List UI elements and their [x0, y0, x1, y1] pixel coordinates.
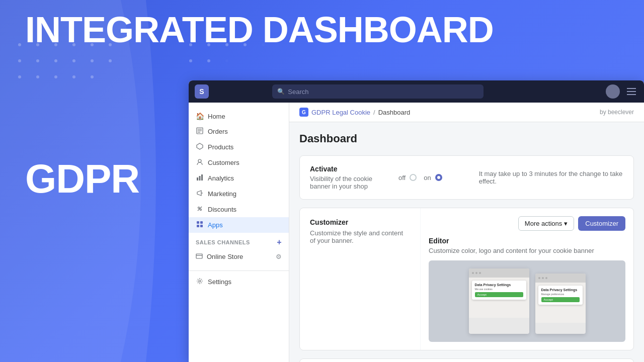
mini-dot-5	[542, 277, 544, 279]
svg-rect-17	[196, 254, 202, 258]
sidebar: 🏠 Home Orders Products Customers	[189, 103, 289, 362]
marketing-icon	[196, 190, 204, 198]
svg-point-5	[198, 159, 201, 162]
mini-dialog-body-2: Manage preferences	[541, 293, 580, 296]
sidebar-item-products[interactable]: Products	[189, 139, 289, 155]
breadcrumb-right: by beeclever	[600, 109, 634, 116]
sidebar-item-apps[interactable]: Apps	[189, 217, 289, 233]
chevron-down-icon: ▾	[564, 220, 568, 227]
breadcrumb: G GDPR Legal Cookie / Dashboard by beecl…	[289, 103, 644, 122]
avatar[interactable]	[606, 84, 620, 99]
mini-browser-content-2: Data Privacy Settings Manage preferences…	[535, 283, 586, 323]
svg-rect-16	[200, 225, 203, 227]
more-actions-button[interactable]: More actions ▾	[518, 216, 574, 231]
off-label: off	[398, 174, 406, 182]
svg-rect-13	[197, 221, 199, 224]
content-area: 🏠 Home Orders Products Customers	[189, 103, 644, 362]
topbar-right	[606, 84, 638, 99]
home-icon: 🏠	[196, 112, 204, 120]
svg-point-19	[199, 280, 201, 282]
orders-icon	[196, 127, 204, 136]
activate-toggle: off on	[398, 174, 471, 182]
activate-left: Activate Visibility of the cookie banner…	[310, 165, 390, 190]
customizer-actions: More actions ▾ Customizer	[429, 216, 625, 231]
customizer-card: Customizer Customize the style and conte…	[299, 208, 634, 350]
hamburger-menu[interactable]	[625, 86, 638, 97]
preview-area: Data Privacy Settings We use cookies Acc…	[429, 260, 625, 342]
admin-window: S 🔍 Search 🏠 Home Orders	[189, 80, 644, 362]
mini-dot-4	[538, 277, 540, 279]
online-store-icon	[196, 252, 203, 261]
mini-dot-6	[545, 277, 547, 279]
activate-card-inner: Activate Visibility of the cookie banner…	[300, 156, 633, 199]
radio-off[interactable]	[410, 174, 417, 181]
settings-icon	[196, 278, 204, 286]
page-content: Dashboard Activate Visibility of the coo…	[289, 122, 644, 362]
customizer-right: More actions ▾ Customizer Editor Customi…	[421, 208, 633, 350]
sidebar-item-online-store[interactable]: Online Store ⚙	[189, 249, 289, 264]
add-sales-channel-icon[interactable]: +	[277, 238, 282, 247]
page-title: Dashboard	[299, 132, 634, 145]
breadcrumb-app-link[interactable]: GDPR Legal Cookie	[311, 109, 370, 116]
customizer-card-inner: Customizer Customize the style and conte…	[300, 208, 633, 350]
settings-card: Settings Customize the white-list for yo…	[299, 358, 634, 362]
mini-dialog-title-1: Data Privacy Settings	[475, 283, 523, 287]
mini-accept-btn-2: Accept	[541, 297, 580, 302]
sidebar-item-home[interactable]: 🏠 Home	[189, 109, 289, 124]
breadcrumb-left: G GDPR Legal Cookie / Dashboard	[299, 108, 410, 117]
breadcrumb-current: Dashboard	[378, 109, 411, 116]
activate-note: It may take up to 3 minutes for the chan…	[479, 170, 623, 185]
preview-card-2: Data Privacy Settings Manage preferences…	[535, 274, 586, 334]
analytics-icon	[196, 174, 204, 183]
radio-group[interactable]	[410, 174, 420, 181]
editor-title: Editor	[429, 237, 625, 245]
svg-point-10	[198, 207, 200, 209]
activate-title: Activate	[310, 165, 390, 173]
sidebar-item-orders[interactable]: Orders	[189, 124, 289, 139]
sidebar-item-marketing[interactable]: Marketing	[189, 186, 289, 202]
svg-rect-8	[201, 174, 203, 180]
online-store-settings-icon[interactable]: ⚙	[276, 253, 282, 260]
customizer-left: Customizer Customize the style and conte…	[300, 208, 421, 350]
search-placeholder: Search	[288, 88, 308, 96]
sidebar-item-customers[interactable]: Customers	[189, 155, 289, 170]
sidebar-bottom: Settings	[189, 270, 289, 290]
radio-on[interactable]	[435, 174, 442, 181]
activate-card: Activate Visibility of the cookie banner…	[299, 155, 634, 200]
sidebar-item-analytics[interactable]: Analytics	[189, 170, 289, 186]
mini-dialog-body: We use cookies	[475, 288, 523, 291]
discounts-icon	[196, 205, 204, 214]
mini-dot-1	[472, 272, 474, 274]
editor-section: Editor Customize color, logo and content…	[429, 237, 625, 342]
activate-description: Visibility of the cookie banner in your …	[310, 175, 390, 190]
products-icon	[196, 143, 204, 151]
svg-rect-14	[200, 221, 203, 224]
preview-card-1: Data Privacy Settings We use cookies Acc…	[469, 268, 529, 334]
on-label: on	[424, 174, 431, 182]
apps-icon	[196, 221, 204, 229]
mini-dialog-title-2: Data Privacy Settings	[541, 288, 580, 292]
sidebar-item-discounts[interactable]: Discounts	[189, 202, 289, 217]
mini-browser-header	[469, 268, 529, 278]
customizer-title: Customizer	[310, 218, 410, 226]
main-content: G GDPR Legal Cookie / Dashboard by beecl…	[289, 103, 644, 362]
svg-rect-6	[197, 177, 198, 180]
breadcrumb-separator: /	[373, 109, 375, 116]
customizer-button[interactable]: Customizer	[578, 216, 625, 231]
mini-dot-2	[475, 272, 477, 274]
mini-dialog-2: Data Privacy Settings Manage preferences…	[538, 286, 583, 305]
customizer-description: Customize the style and content of your …	[310, 229, 410, 244]
svg-rect-15	[197, 225, 199, 227]
hero-title: INTEGRATED DASHBOARD	[25, 10, 494, 50]
mini-dialog-1: Data Privacy Settings We use cookies Acc…	[472, 281, 526, 300]
mini-dot-3	[479, 272, 481, 274]
svg-marker-4	[197, 143, 203, 149]
shopify-logo: S	[195, 84, 209, 99]
editor-description: Customize color, logo and content for yo…	[429, 247, 625, 254]
svg-point-11	[200, 209, 202, 211]
search-bar[interactable]: 🔍 Search	[272, 84, 484, 99]
settings-card-inner: Settings Customize the white-list for yo…	[300, 359, 633, 362]
sales-channels-section: SALES CHANNELS +	[189, 233, 289, 249]
hero-subtitle: GDPR	[25, 156, 139, 202]
sidebar-item-settings[interactable]: Settings	[189, 274, 289, 290]
